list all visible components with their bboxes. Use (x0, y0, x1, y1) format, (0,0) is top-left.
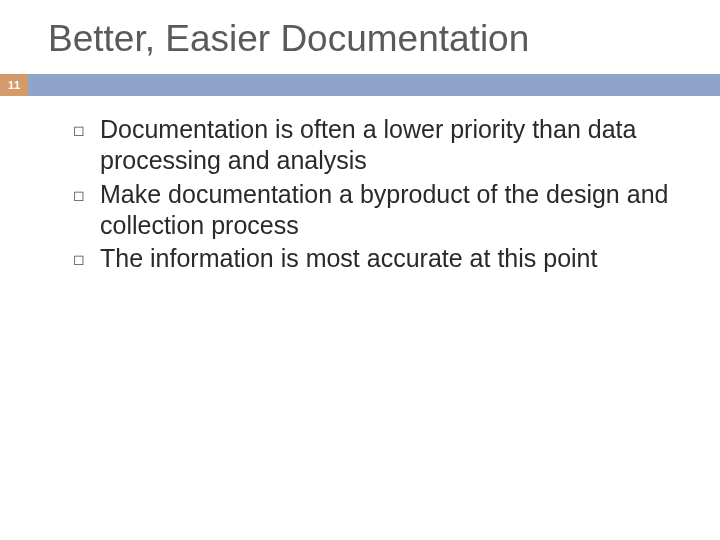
content-area: ◻ Documentation is often a lower priorit… (0, 96, 720, 274)
bullet-text: Make documentation a byproduct of the de… (100, 179, 680, 242)
bullet-text: Documentation is often a lower priority … (100, 114, 680, 177)
divider-bar: 11 (0, 74, 720, 96)
page-number-badge: 11 (0, 74, 28, 96)
bullet-icon: ◻ (72, 122, 86, 138)
list-item: ◻ Make documentation a byproduct of the … (72, 179, 680, 242)
list-item: ◻ Documentation is often a lower priorit… (72, 114, 680, 177)
bullet-icon: ◻ (72, 187, 86, 203)
slide-title: Better, Easier Documentation (0, 0, 720, 74)
bullet-icon: ◻ (72, 251, 86, 267)
list-item: ◻ The information is most accurate at th… (72, 243, 680, 274)
bullet-text: The information is most accurate at this… (100, 243, 597, 274)
slide: Better, Easier Documentation 11 ◻ Docume… (0, 0, 720, 540)
